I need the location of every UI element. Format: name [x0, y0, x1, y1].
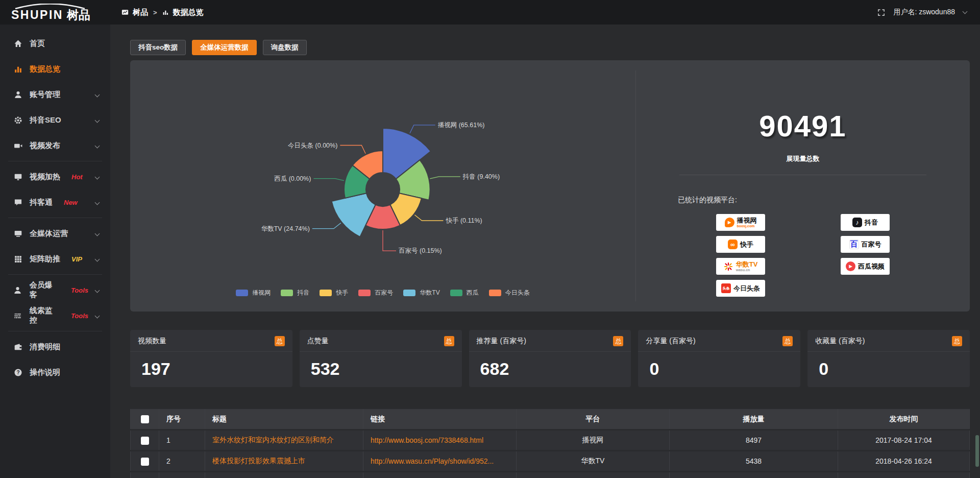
divider — [679, 175, 926, 175]
legend-item-播视网[interactable]: 播视网 — [236, 289, 271, 297]
platform-label: 快手 — [740, 241, 753, 248]
platform-badge-快手: ∞快手 — [716, 236, 765, 253]
legend-swatch — [489, 290, 501, 296]
stat-card-推荐量 (百家号): 推荐量 (百家号)总682 — [469, 330, 631, 387]
table-row: 2楼体投影灯投影效果震撼上市http://www.wasu.cn/Play/sh… — [131, 451, 970, 472]
sidebar-item-视频加热[interactable]: 视频加热Hot — [0, 164, 110, 189]
sidebar-item-会员爆客[interactable]: 会员爆客Tools — [0, 277, 110, 303]
pie-slice-华数TV[interactable] — [332, 193, 376, 236]
legend-label: 快手 — [336, 289, 348, 297]
sidebar-item-label: 抖音SEO — [30, 115, 61, 125]
total-badge: 总 — [613, 336, 623, 346]
cell-platform: 华数TV — [517, 451, 670, 472]
sidebar: 首页数据总览账号管理抖音SEO视频发布视频加热Hot抖客通New全媒体运营矩阵助… — [0, 25, 110, 478]
app-logo: SHUPIN 树品 — [0, 4, 110, 21]
sidebar-item-操作说明[interactable]: ?操作说明 — [0, 360, 110, 385]
pie-label-百家号: 百家号 (0.15%) — [399, 247, 442, 254]
platform-badge-西瓜视频: ▶西瓜视频 — [841, 258, 890, 275]
video-icon — [13, 141, 22, 150]
legend-item-西瓜[interactable]: 西瓜 — [450, 289, 479, 297]
cell-title-link[interactable]: 楼体投影灯投影效果震撼上市 — [205, 451, 363, 472]
gear-icon — [13, 116, 22, 125]
legend-swatch — [236, 290, 248, 296]
legend-item-抖音[interactable]: 抖音 — [281, 289, 309, 297]
sidebar-item-线索监控[interactable]: 线索监控Tools — [0, 303, 110, 328]
bar-chart-icon — [162, 9, 169, 16]
xigua-icon: ▶ — [846, 261, 855, 271]
legend-item-快手[interactable]: 快手 — [320, 289, 348, 297]
cell-plays: 8497 — [670, 430, 838, 451]
sidebar-item-label: 数据总览 — [30, 64, 60, 74]
legend-item-百家号[interactable]: 百家号 — [358, 289, 393, 297]
sidebar-item-label: 消费明细 — [30, 342, 60, 352]
chevron-down-icon[interactable] — [963, 9, 968, 14]
sidebar-item-抖客通[interactable]: 抖客通New — [0, 189, 110, 215]
cell-index: 2 — [159, 451, 205, 472]
sidebar-item-首页[interactable]: 首页 — [0, 31, 110, 56]
select-all-checkbox[interactable] — [141, 415, 149, 423]
sidebar-item-label: 抖客通 — [30, 198, 53, 207]
total-badge: 总 — [952, 336, 962, 346]
legend-item-华数TV[interactable]: 华数TV — [403, 289, 439, 297]
platform-badge-百家号: 百百家号 — [841, 236, 890, 253]
stat-card-title: 推荐量 (百家号) — [477, 337, 526, 346]
scrollbar-thumb[interactable] — [975, 435, 979, 467]
sidebar-item-全媒体运营[interactable]: 全媒体运营 — [0, 221, 110, 246]
username-dropdown[interactable]: 用户名: zswodun88 — [893, 8, 955, 17]
wallet-icon — [13, 343, 22, 351]
sidebar-item-tag: Tools — [71, 286, 88, 294]
pie-label-line — [410, 125, 435, 133]
pie-label-快手: 快手 (0.11%) — [445, 217, 482, 224]
tab-抖音seo数据[interactable]: 抖音seo数据 — [130, 40, 186, 55]
cell-url-link[interactable]: http://www.boosj.com/7338468.html — [363, 430, 517, 451]
sidebar-item-数据总览[interactable]: 数据总览 — [0, 56, 110, 82]
cell-url-link[interactable]: http://www.wasu.cn/Play/show/id/952... — [363, 451, 517, 472]
legend-label: 抖音 — [297, 289, 309, 297]
question-icon: ? — [13, 368, 22, 377]
stat-card-收藏量 (百家号): 收藏量 (百家号)总0 — [807, 330, 970, 387]
legend-label: 今日头条 — [505, 289, 530, 297]
pie-label-播视网: 播视网 (65.61%) — [438, 122, 485, 129]
pie-label-抖音: 抖音 (9.40%) — [462, 173, 500, 180]
stat-card-点赞量: 点赞量总532 — [300, 330, 462, 387]
pie-label-line — [312, 223, 341, 228]
chevron-down-icon — [95, 200, 100, 205]
sidebar-item-视频发布[interactable]: 视频发布 — [0, 133, 110, 158]
sidebar-item-消费明细[interactable]: 消费明细 — [0, 334, 110, 360]
stat-card-value: 197 — [130, 352, 292, 379]
tab-询盘数据[interactable]: 询盘数据 — [263, 40, 307, 55]
fullscreen-icon[interactable] — [877, 9, 885, 16]
topbar-right: 用户名: zswodun88 — [877, 8, 980, 17]
stat-card-value: 0 — [638, 352, 800, 379]
sidebar-item-矩阵助推[interactable]: 矩阵助推VIP — [0, 246, 110, 272]
stat-card-value: 0 — [807, 352, 970, 379]
total-badge: 总 — [782, 336, 793, 346]
cell-title-link[interactable]: 室外水纹灯和室内水纹灯的区别和简介 — [205, 430, 363, 451]
chevron-down-icon — [95, 313, 100, 318]
main-content: 抖音seo数据全媒体运营数据询盘数据 播视网 (65.61%)抖音 (9.40%… — [110, 25, 980, 478]
stat-card-header: 推荐量 (百家号)总 — [469, 330, 631, 352]
rose-pie-chart: 播视网 (65.61%)抖音 (9.40%)快手 (0.11%)百家号 (0.1… — [130, 75, 635, 284]
breadcrumb-root[interactable]: 树品 — [133, 8, 148, 17]
pie-label-华数TV: 华数TV (24.74%) — [261, 225, 310, 232]
tab-全媒体运营数据[interactable]: 全媒体运营数据 — [192, 40, 257, 55]
platform-badge-华数TV: 华数TVwasu.cn — [716, 258, 765, 275]
total-impressions-value: 90491 — [636, 111, 970, 141]
sidebar-item-label: 操作说明 — [30, 368, 60, 377]
row-checkbox[interactable] — [141, 437, 149, 445]
row-checkbox[interactable] — [141, 458, 149, 466]
douyin-icon: ♪ — [852, 218, 862, 227]
sidebar-divider — [8, 274, 102, 275]
cell-platform: 播视网 — [517, 430, 670, 451]
legend-label: 百家号 — [375, 289, 393, 297]
legend-swatch — [358, 290, 371, 296]
sidebar-item-抖音SEO[interactable]: 抖音SEO — [0, 107, 110, 133]
sidebar-item-账号管理[interactable]: 账号管理 — [0, 82, 110, 107]
videos-table-wrap: 序号标题链接平台播放量发布时间1室外水纹灯和室内水纹灯的区别和简介http://… — [130, 408, 970, 478]
legend-item-今日头条[interactable]: 今日头条 — [489, 289, 530, 297]
legend-swatch — [320, 290, 332, 296]
chat-icon — [13, 198, 22, 207]
breadcrumb: 树品 > 数据总览 — [121, 8, 204, 17]
legend-swatch — [281, 290, 293, 296]
platform-label: 百家号 — [862, 241, 881, 248]
